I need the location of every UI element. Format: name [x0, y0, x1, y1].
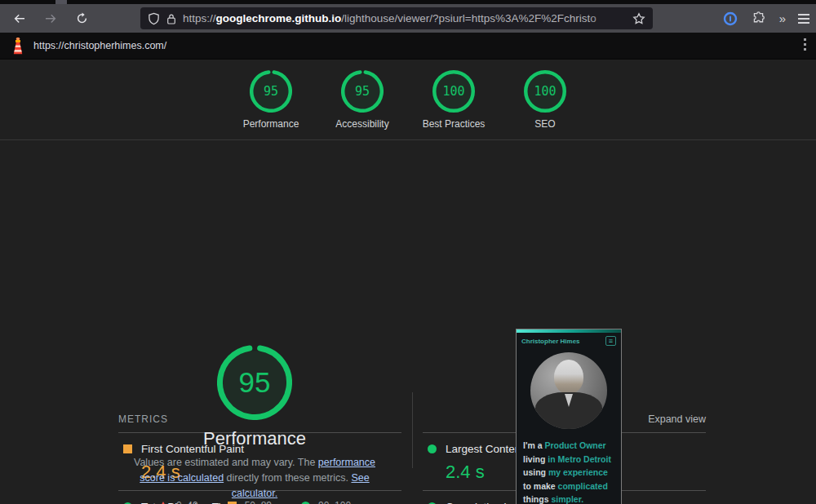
- url-path: /lighthouse/viewer/?psiurl=https%3A%2F%2…: [341, 12, 596, 24]
- thumbnail-site-header: Christopher Himes: [517, 333, 621, 346]
- thumbnail-site-name: Christopher Himes: [521, 338, 580, 345]
- score-gauge-accessibility[interactable]: 95 Accessibility: [317, 70, 408, 139]
- star-icon: [632, 12, 645, 25]
- category-scores-band: 95 Performance 95 Accessibility 100 Best…: [0, 60, 816, 140]
- performance-heading: Performance: [108, 428, 401, 449]
- password-manager-extension-button[interactable]: [723, 11, 738, 26]
- forward-arrow-icon: [44, 12, 57, 25]
- bookmark-star-button[interactable]: [632, 12, 645, 25]
- performance-score-gauge[interactable]: 95: [217, 345, 292, 420]
- puzzle-piece-icon: [752, 11, 765, 25]
- lighthouse-topbar: https://christopherhimes.com/: [0, 33, 816, 60]
- bio-line: I'm a Product Owner: [523, 439, 614, 453]
- expand-view-button[interactable]: Expand view: [648, 413, 706, 425]
- browser-toolbar: https://googlechrome.github.io/lighthous…: [0, 4, 816, 33]
- toolbar-extensions-area: »: [723, 4, 809, 33]
- extensions-button[interactable]: [752, 11, 765, 25]
- lock-icon: [166, 13, 176, 24]
- metrics-section-title: METRICS: [118, 413, 168, 425]
- url-text: https://googlechrome.github.io/lighthous…: [183, 12, 626, 24]
- legend-item-poor: 0–49: [158, 500, 198, 504]
- score-value: 95: [250, 70, 292, 113]
- portrait-head: [554, 360, 583, 394]
- legend-range-label: 90–100: [318, 500, 351, 504]
- tracking-shield-icon: [148, 12, 160, 25]
- onepassword-icon: [723, 11, 738, 26]
- score-label: SEO: [534, 118, 555, 130]
- score-value: 100: [524, 70, 566, 113]
- score-label: Accessibility: [335, 118, 388, 130]
- legend-item-good: 90–100: [301, 500, 351, 504]
- page-screenshot-thumbnail[interactable]: Christopher Himes I'm a Product Ownerliv…: [516, 329, 622, 504]
- legend-range-label: 0–49: [176, 500, 198, 504]
- bio-line: things simpler.: [523, 493, 614, 504]
- back-arrow-icon: [13, 12, 26, 25]
- thumbnail-hamburger-icon: [605, 336, 616, 346]
- legend-range-label: 50–89: [245, 500, 272, 504]
- red-triangle-icon: [158, 502, 168, 504]
- score-value: 100: [432, 70, 475, 113]
- score-range-legend: 0–4950–8990–100: [108, 500, 401, 504]
- gauge: 100: [432, 70, 475, 113]
- app-menu-button[interactable]: [798, 14, 809, 24]
- score-gauge-performance[interactable]: 95 Performance: [225, 70, 317, 139]
- score-value: 95: [341, 70, 384, 113]
- url-scheme: https://: [183, 12, 216, 24]
- bio-line: using my experience: [523, 466, 614, 480]
- orange-square-icon: [228, 502, 237, 504]
- address-bar[interactable]: https://googlechrome.github.io/lighthous…: [140, 7, 653, 29]
- forward-button[interactable]: [39, 7, 62, 30]
- performance-summary: 95 Performance Values are estimated and …: [0, 140, 816, 408]
- report-page-url: https://christopherhimes.com/: [33, 40, 166, 51]
- thumbnail-bio-text: I'm a Product Ownerliving in Metro Detro…: [523, 439, 614, 504]
- performance-score-value: 95: [217, 345, 292, 420]
- back-button[interactable]: [8, 7, 31, 30]
- green-circle-icon: [301, 502, 310, 504]
- url-domain: googlechrome.github.io: [216, 12, 342, 24]
- portrait-photo: [530, 352, 607, 429]
- gauge: 95: [341, 70, 384, 113]
- green-circle-icon: [428, 444, 437, 453]
- lighthouse-logo-icon: [11, 38, 25, 55]
- score-label: Performance: [243, 118, 299, 130]
- bio-line: living in Metro Detroit: [523, 453, 614, 466]
- url-fade: [588, 12, 626, 24]
- vertical-divider: [412, 392, 413, 468]
- score-gauge-seo[interactable]: 100 SEO: [499, 70, 591, 139]
- reload-icon: [76, 12, 88, 24]
- score-label: Best Practices: [423, 118, 486, 130]
- score-disclaimer: Values are estimated and may vary. The p…: [120, 455, 389, 502]
- gauge: 100: [524, 70, 566, 113]
- gauge: 95: [250, 70, 292, 113]
- score-gauge-best-practices[interactable]: 100 Best Practices: [408, 70, 499, 139]
- bio-line: to make complicated: [523, 480, 614, 493]
- legend-item-average: 50–89: [228, 500, 272, 504]
- overflow-menu-button[interactable]: »: [779, 11, 784, 25]
- disclaimer-text-1: Values are estimated and may vary. The: [134, 457, 318, 468]
- reload-button[interactable]: [70, 7, 93, 30]
- disclaimer-text-2: directly from these metrics.: [224, 472, 351, 484]
- report-options-menu-button[interactable]: [804, 38, 806, 51]
